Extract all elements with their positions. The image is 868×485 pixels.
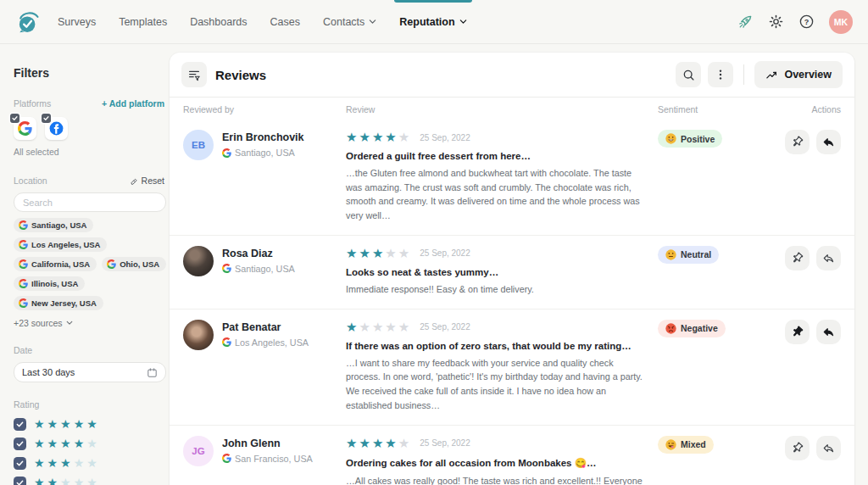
svg-text:?: ? bbox=[804, 18, 810, 26]
sentiment-badge-label: Positive bbox=[681, 134, 715, 144]
reviews-panel: Reviews bbox=[170, 53, 854, 485]
nav-item[interactable]: Cases bbox=[270, 0, 300, 44]
review-date: 25 Sep, 2022 bbox=[420, 322, 470, 332]
reply-icon bbox=[822, 326, 835, 338]
reply-icon bbox=[822, 136, 835, 148]
nav-item-label: Templates bbox=[119, 16, 167, 28]
chip-label: Illinois, USA bbox=[31, 279, 78, 288]
pin-icon bbox=[791, 136, 804, 148]
filter-lines-icon bbox=[187, 68, 201, 81]
platform-google[interactable] bbox=[14, 117, 36, 140]
pin-button[interactable] bbox=[785, 130, 810, 154]
location-chip[interactable]: California, USA bbox=[14, 257, 97, 271]
date-range-input[interactable]: Last 30 days bbox=[14, 362, 166, 382]
pin-button[interactable] bbox=[785, 320, 810, 344]
pin-icon bbox=[791, 442, 804, 454]
user-avatar[interactable]: MK bbox=[829, 10, 853, 34]
chip-label: Los Angeles, USA bbox=[31, 240, 100, 249]
reply-button[interactable] bbox=[816, 246, 841, 270]
rocket-icon[interactable] bbox=[737, 14, 754, 31]
top-nav: Surveys Templates Dashboards Cases Conta… bbox=[0, 0, 868, 44]
filters-sidebar: Filters Platforms + Add platform bbox=[0, 44, 170, 485]
google-icon bbox=[222, 148, 231, 158]
nav-item[interactable]: Contacts bbox=[323, 0, 376, 44]
column-reviewed-by: Reviewed by bbox=[183, 104, 346, 114]
gear-icon[interactable] bbox=[768, 14, 784, 30]
rating-filter-row: ★★★★★ bbox=[14, 475, 164, 485]
column-sentiment: Sentiment bbox=[658, 104, 782, 114]
pin-button[interactable] bbox=[785, 246, 810, 270]
google-icon bbox=[19, 240, 28, 249]
nav-item[interactable]: Dashboards bbox=[190, 0, 247, 44]
add-platform-button[interactable]: + Add platform bbox=[102, 98, 164, 109]
stars-filled: ★★ bbox=[34, 476, 60, 485]
sentiment-badge: Positive bbox=[658, 130, 722, 148]
reply-icon bbox=[822, 252, 835, 265]
nav-item[interactable]: Surveys bbox=[58, 0, 96, 44]
checkbox-checked-icon bbox=[42, 114, 51, 123]
checkbox-checked[interactable] bbox=[14, 418, 26, 431]
column-review: Review bbox=[346, 104, 658, 114]
nav-item[interactable]: Reputation bbox=[399, 0, 466, 44]
star-rating: ★★★★★ bbox=[346, 436, 411, 451]
facebook-icon bbox=[48, 120, 64, 137]
rating-filter-row: ★★★★★ bbox=[14, 436, 164, 451]
review-title[interactable]: If there was an option of zero stars, th… bbox=[346, 341, 646, 351]
reviewer-name: Pat Benatar bbox=[222, 321, 309, 333]
platforms-label: Platforms bbox=[14, 98, 51, 109]
reviews-list: EB Erin Bronchovik Santiago, USA ★★★★★ 2… bbox=[170, 120, 854, 485]
google-icon bbox=[222, 454, 231, 463]
location-chip[interactable]: Ohio, USA bbox=[102, 257, 166, 271]
overview-button[interactable]: Overview bbox=[754, 61, 843, 88]
help-icon[interactable]: ? bbox=[798, 14, 815, 30]
stars-filled: ★★★★ bbox=[34, 437, 86, 450]
reply-button[interactable] bbox=[816, 320, 841, 344]
location-chip[interactable]: New Jersey, USA bbox=[14, 296, 103, 310]
nav-item[interactable]: Templates bbox=[119, 0, 167, 44]
reset-button[interactable]: Reset bbox=[130, 176, 164, 186]
review-title[interactable]: Ordered a guilt free dessert from here… bbox=[346, 151, 646, 161]
checkbox-checked[interactable] bbox=[14, 457, 26, 470]
location-chip[interactable]: Illinois, USA bbox=[14, 276, 85, 291]
review-title[interactable]: Looks so neat & tastes yummy… bbox=[346, 267, 646, 277]
chip-label: Ohio, USA bbox=[120, 259, 159, 269]
checkbox-checked[interactable] bbox=[14, 438, 26, 450]
review-title[interactable]: Ordering cakes for all occasion from Moo… bbox=[346, 457, 646, 469]
stars-filled: ★★★ bbox=[346, 246, 385, 260]
reply-button[interactable] bbox=[816, 130, 841, 154]
location-chip[interactable]: Santiago, USA bbox=[14, 218, 93, 232]
reviewer-name: Erin Bronchovik bbox=[222, 131, 304, 143]
platform-facebook[interactable] bbox=[45, 117, 68, 140]
location-search-input[interactable] bbox=[14, 192, 166, 212]
search-reviews-button[interactable] bbox=[676, 62, 701, 87]
eraser-icon bbox=[130, 176, 139, 186]
sentiment-badge: Neutral bbox=[658, 246, 719, 264]
location-chip[interactable]: Los Angeles, USA bbox=[14, 237, 107, 252]
divider bbox=[743, 64, 744, 85]
table-header: Reviewed by Review Sentiment Actions bbox=[170, 98, 854, 120]
pin-button[interactable] bbox=[785, 436, 810, 460]
reply-button[interactable] bbox=[816, 436, 841, 460]
google-icon bbox=[222, 264, 231, 273]
more-sources-button[interactable]: +23 sources bbox=[14, 318, 73, 328]
filters-title: Filters bbox=[14, 66, 164, 80]
sentiment-badge-label: Mixed bbox=[681, 439, 706, 449]
filter-sort-button[interactable] bbox=[181, 62, 207, 87]
review-date: 25 Sep, 2022 bbox=[420, 133, 470, 142]
more-options-button[interactable] bbox=[708, 62, 733, 87]
chip-label: New Jersey, USA bbox=[31, 298, 97, 308]
checkbox-checked[interactable] bbox=[14, 477, 26, 485]
review-row: Pat Benatar Los Angeles, USA ★★★★★ 25 Se… bbox=[170, 309, 854, 425]
reviews-header: Reviews bbox=[170, 53, 854, 98]
star-rating: ★★★★★ bbox=[34, 475, 100, 485]
brand-logo-icon[interactable] bbox=[15, 9, 41, 35]
chevron-down-icon bbox=[369, 18, 376, 25]
reviewer-location: San Franciso, USA bbox=[235, 454, 313, 464]
stars-empty: ★★ bbox=[385, 246, 411, 260]
stars-empty: ★ bbox=[86, 437, 100, 450]
reviewer-location: Santiago, USA bbox=[235, 264, 295, 274]
date-label: Date bbox=[14, 345, 164, 355]
reviewer-name: Rosa Diaz bbox=[222, 248, 295, 259]
star-rating: ★★★★★ bbox=[34, 416, 100, 432]
checkbox-checked-icon bbox=[10, 114, 19, 123]
